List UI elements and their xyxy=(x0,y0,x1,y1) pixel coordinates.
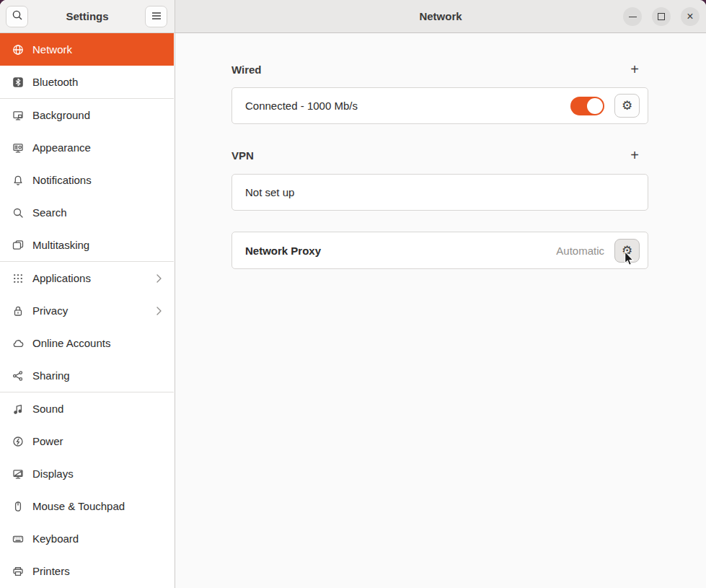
sidebar: Settings NetworkBluetoothBackgroundAppea… xyxy=(0,0,175,588)
sidebar-item-multitasking[interactable]: Multitasking xyxy=(0,229,174,261)
add-wired-connection-button[interactable]: + xyxy=(624,60,645,79)
hamburger-icon xyxy=(151,10,162,23)
sidebar-item-mouse-touchpad[interactable]: Mouse & Touchpad xyxy=(0,490,174,522)
background-icon xyxy=(12,110,24,121)
chevron-right-icon xyxy=(156,273,162,284)
wired-settings-button[interactable]: ⚙ xyxy=(614,94,640,118)
minimize-icon xyxy=(629,17,637,17)
chevron-right-icon xyxy=(156,306,162,316)
sidebar-item-appearance[interactable]: Appearance xyxy=(0,131,174,164)
sidebar-item-label: Search xyxy=(32,206,67,219)
sidebar-item-privacy[interactable]: Privacy xyxy=(0,294,174,327)
proxy-value: Automatic xyxy=(556,245,604,257)
lock-icon xyxy=(12,305,24,317)
wired-toggle[interactable] xyxy=(570,97,604,115)
sidebar-item-applications[interactable]: Applications xyxy=(0,262,174,294)
sidebar-item-label: Privacy xyxy=(32,304,68,317)
titlebar: Network × xyxy=(175,0,706,33)
close-button[interactable]: × xyxy=(681,7,700,26)
sidebar-item-bluetooth[interactable]: Bluetooth xyxy=(0,66,174,98)
sidebar-item-online-accounts[interactable]: Online Accounts xyxy=(0,327,174,359)
sidebar-list: NetworkBluetoothBackgroundAppearanceNoti… xyxy=(0,33,174,587)
apps-grid-icon xyxy=(12,273,24,284)
maximize-button[interactable] xyxy=(652,7,671,26)
sidebar-item-network[interactable]: Network xyxy=(0,33,174,66)
close-icon: × xyxy=(687,11,693,22)
sidebar-item-label: Mouse & Touchpad xyxy=(32,500,125,512)
sidebar-item-search[interactable]: Search xyxy=(0,196,174,229)
sidebar-item-label: Notifications xyxy=(32,174,92,186)
keyboard-icon xyxy=(12,533,24,545)
proxy-label: Network Proxy xyxy=(245,245,321,257)
share-icon xyxy=(12,370,24,382)
sidebar-item-label: Displays xyxy=(32,468,74,480)
sidebar-item-label: Online Accounts xyxy=(32,337,110,349)
sidebar-item-label: Background xyxy=(32,109,90,121)
sidebar-item-keyboard[interactable]: Keyboard xyxy=(0,522,174,555)
power-icon xyxy=(12,436,24,447)
bell-icon xyxy=(12,175,24,186)
toggle-knob xyxy=(587,98,603,114)
network-proxy-row[interactable]: Network Proxy Automatic ⚙ xyxy=(231,232,648,269)
sidebar-item-label: Power xyxy=(32,435,63,447)
sidebar-item-printers[interactable]: Printers xyxy=(0,555,174,587)
window-controls: × xyxy=(623,7,700,26)
sidebar-item-label: Printers xyxy=(32,565,70,577)
proxy-settings-button[interactable]: ⚙ xyxy=(614,239,640,263)
appearance-icon xyxy=(12,142,24,154)
wired-status-text: Connected - 1000 Mb/s xyxy=(245,100,358,112)
sidebar-item-label: Applications xyxy=(32,272,91,284)
vpn-heading: VPN xyxy=(231,149,254,162)
maximize-icon xyxy=(658,13,665,20)
sidebar-item-background[interactable]: Background xyxy=(0,99,174,131)
sidebar-item-power[interactable]: Power xyxy=(0,425,174,457)
music-note-icon xyxy=(12,403,24,415)
wired-section-header: Wired + xyxy=(231,60,648,79)
vpn-status-row[interactable]: Not set up xyxy=(231,174,648,211)
globe-icon xyxy=(12,44,24,56)
sidebar-item-displays[interactable]: Displays xyxy=(0,457,174,490)
printer-icon xyxy=(12,566,24,577)
gear-icon: ⚙ xyxy=(622,100,632,112)
sidebar-item-label: Appearance xyxy=(32,141,91,154)
sidebar-item-label: Multitasking xyxy=(32,239,89,251)
sidebar-item-label: Network xyxy=(32,43,72,56)
wired-heading: Wired xyxy=(231,63,262,76)
sidebar-item-label: Bluetooth xyxy=(32,76,78,88)
display-icon xyxy=(12,468,24,480)
multitasking-icon xyxy=(12,240,24,251)
add-vpn-button[interactable]: + xyxy=(624,146,645,164)
mouse-icon xyxy=(12,501,24,512)
sidebar-item-label: Keyboard xyxy=(32,532,79,545)
settings-window: Settings NetworkBluetoothBackgroundAppea… xyxy=(0,0,706,588)
gear-icon: ⚙ xyxy=(622,245,632,257)
wired-connection-row[interactable]: Connected - 1000 Mb/s ⚙ xyxy=(231,87,648,124)
vpn-status-text: Not set up xyxy=(245,186,294,198)
sidebar-item-sound[interactable]: Sound xyxy=(0,392,174,425)
bluetooth-icon xyxy=(12,76,24,88)
sidebar-item-sharing[interactable]: Sharing xyxy=(0,359,174,392)
hamburger-menu-button[interactable] xyxy=(145,6,167,27)
main-panel: Network × Wired + Connected - 1000 Mb/s … xyxy=(175,0,706,588)
sidebar-item-notifications[interactable]: Notifications xyxy=(0,164,174,196)
sidebar-item-label: Sharing xyxy=(32,369,70,382)
magnifier-icon xyxy=(12,207,24,219)
sidebar-header: Settings xyxy=(0,0,175,33)
vpn-section-header: VPN + xyxy=(231,146,648,164)
sidebar-item-label: Sound xyxy=(32,403,63,415)
cloud-icon xyxy=(12,338,24,349)
minimize-button[interactable] xyxy=(623,7,642,26)
